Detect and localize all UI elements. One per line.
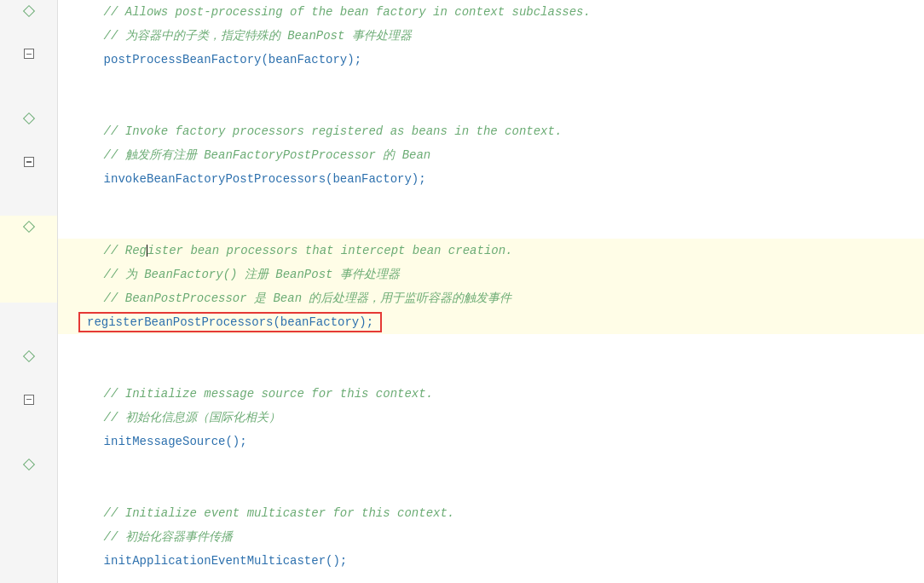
code-line-9 [58,191,924,215]
code-line-24: initApplicationEventMulticaster(); [58,549,924,573]
code-line-19: initMessageSource(); [58,430,924,453]
code-text-13: // BeanPostProcessor 是 Bean 的后处理器，用于监听容器… [75,291,511,306]
gutter-row-27 [0,562,57,583]
breakpoint-icon-22[interactable] [23,459,35,470]
code-text-19: initMessageSource(); [75,435,247,448]
code-line-18: // 初始化信息源（国际化相关） [58,406,924,430]
gutter-row-13 [0,259,57,280]
code-line-20 [58,453,924,477]
code-line-2: // 为容器中的子类，指定特殊的 BeanPost 事件处理器 [58,24,924,48]
gutter-row-9 [0,173,57,194]
gutter-row-5 [0,86,57,107]
code-text-23: // 初始化容器事件传播 [75,529,233,545]
code-text-2: // 为容器中的子类，指定特殊的 BeanPost 事件处理器 [75,28,412,43]
code-line-21 [58,477,924,501]
code-area[interactable]: // Allows post-processing of the bean fa… [58,0,924,583]
gutter-row-11 [0,216,57,237]
code-text-3: postProcessBeanFactory(beanFactory); [75,53,361,66]
code-line-17: // Initialize message source for this co… [58,382,924,406]
code-text-17: // Initialize message source for this co… [75,387,433,401]
gutter-row-23 [0,475,57,496]
gutter-row-14 [0,280,57,302]
code-line-11: // Register bean processors that interce… [58,239,924,263]
code-line-23: // 初始化容器事件传播 [58,525,924,549]
gutter-row-24 [0,497,57,518]
gutter-row-6 [0,108,57,130]
code-line-8: invokeBeanFactoryPostProcessors(beanFact… [58,167,924,191]
gutter-row-3 [0,43,57,65]
breakpoint-icon-17[interactable] [23,350,35,362]
code-text-11: // Reg [75,244,147,257]
code-line-22: // Initialize event multicaster for this… [58,501,924,525]
gutter-row-19 [0,389,57,410]
code-text-22: // Initialize event multicaster for this… [75,506,454,520]
gutter-row-2 [0,21,57,43]
breakpoint-icon-11[interactable] [23,221,35,233]
fold-icon-19[interactable] [23,394,35,406]
gutter-row-21 [0,432,57,453]
breakpoint-icon-6[interactable] [23,113,35,124]
gutter-row-20 [0,410,57,431]
code-line-3: postProcessBeanFactory(beanFactory); [58,48,924,72]
code-line-15 [58,334,924,358]
breakpoint-icon-1[interactable] [23,5,35,17]
gutter-row-18 [0,367,57,389]
gutter-row-12 [0,238,57,259]
code-line-25 [58,573,924,583]
code-text-1: // Allows post-processing of the bean fa… [75,5,591,19]
fold-icon-8[interactable] [23,156,35,168]
code-text-8: invokeBeanFactoryPostProcessors(beanFact… [75,172,426,186]
gutter-row-15 [0,303,57,324]
gutter-row-16 [0,324,57,345]
gutter [0,0,58,583]
code-line-16 [58,358,924,382]
code-text-14: registerBeanPostProcessors(beanFactory); [78,312,382,332]
gutter-row-8 [0,151,57,172]
gutter-row-1 [0,0,57,21]
gutter-row-7 [0,130,57,151]
code-text-11b: ister bean processors that intercept bea… [147,244,512,257]
code-text-6: // Invoke factory processors registered … [75,124,562,138]
code-text-7: // 触发所有注册 BeanFactoryPostProcessor 的 Bea… [75,147,430,163]
code-line-10 [58,215,924,239]
gutter-row-25 [0,518,57,540]
gutter-row-26 [0,540,57,561]
gutter-row-10 [0,194,57,216]
code-line-14: registerBeanPostProcessors(beanFactory); [58,310,924,334]
code-line-5 [58,95,924,119]
code-line-4 [58,72,924,95]
gutter-row-17 [0,345,57,367]
fold-icon-3[interactable] [23,48,35,60]
code-text-18: // 初始化信息源（国际化相关） [75,410,280,425]
code-text-12: // 为 BeanFactory() 注册 BeanPost 事件处理器 [75,267,400,282]
gutter-row-22 [0,453,57,475]
gutter-row-4 [0,65,57,86]
code-line-1: // Allows post-processing of the bean fa… [58,0,924,24]
code-line-6: // Invoke factory processors registered … [58,119,924,143]
code-text-24: initApplicationEventMulticaster(); [75,554,347,568]
editor-container: // Allows post-processing of the bean fa… [0,0,924,583]
code-line-13: // BeanPostProcessor 是 Bean 的后处理器，用于监听容器… [58,286,924,310]
code-line-7: // 触发所有注册 BeanFactoryPostProcessor 的 Bea… [58,143,924,167]
code-line-12: // 为 BeanFactory() 注册 BeanPost 事件处理器 [58,263,924,286]
